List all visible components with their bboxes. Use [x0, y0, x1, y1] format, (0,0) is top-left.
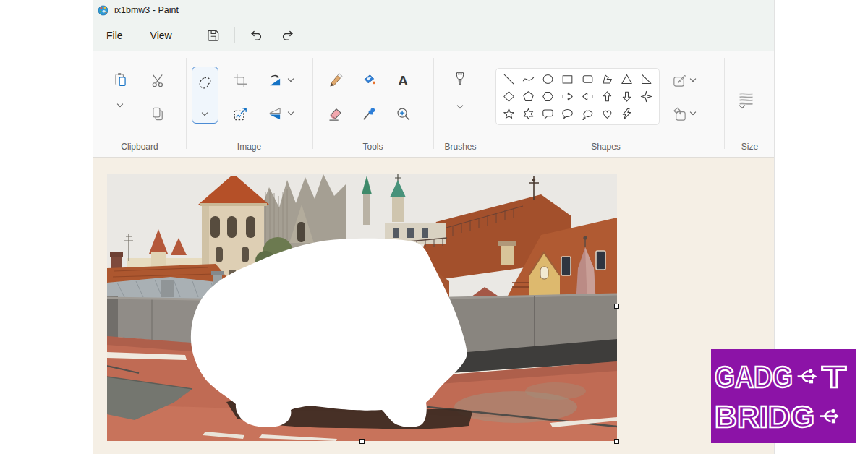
- color-picker-tool[interactable]: [357, 102, 380, 125]
- shape-diamond[interactable]: [501, 89, 518, 105]
- crop-button[interactable]: [229, 69, 252, 92]
- paste-dropdown-chevron[interactable]: [115, 100, 125, 110]
- desktop: ix1bmw3 - Paint File View: [0, 0, 868, 454]
- save-button[interactable]: [203, 25, 224, 46]
- menu-file[interactable]: File: [97, 25, 132, 46]
- city-photo-with-car-cutout: [107, 174, 617, 441]
- resize-icon: [233, 106, 248, 121]
- color-picker-icon: [362, 106, 377, 121]
- shape-line[interactable]: [501, 72, 518, 87]
- shape-callout-rounded[interactable]: [540, 106, 557, 121]
- brush-icon: [454, 72, 467, 89]
- flip-dropdown-chevron[interactable]: [286, 108, 296, 118]
- shape-heart[interactable]: [598, 106, 616, 121]
- group-label-size: Size: [724, 142, 775, 152]
- group-label-clipboard: Clipboard: [93, 142, 186, 152]
- group-label-image: Image: [186, 142, 312, 152]
- text-tool-icon: A: [398, 74, 408, 87]
- gadgetbridge-logo: GADG T BRIDG: [711, 349, 856, 443]
- paint-app-icon: [98, 5, 109, 16]
- canvas-area: [93, 158, 774, 454]
- shape-curve[interactable]: [520, 72, 537, 87]
- shape-rounded-rectangle[interactable]: [579, 72, 596, 87]
- resize-handle-bottom[interactable]: [359, 439, 365, 444]
- selection-dropdown-chevron[interactable]: [200, 108, 210, 119]
- selection-tool-button[interactable]: [192, 67, 218, 124]
- logo-line1-pre: GADG: [715, 359, 793, 394]
- shapes-gallery: [495, 68, 660, 125]
- magnifier-icon: [396, 106, 411, 121]
- shape-fill-icon: [672, 106, 687, 121]
- resize-button[interactable]: [229, 102, 252, 125]
- shape-polygon[interactable]: [598, 72, 616, 87]
- shape-arrow-down[interactable]: [618, 89, 635, 105]
- shape-arrow-up[interactable]: [598, 89, 616, 105]
- fill-tool[interactable]: [357, 69, 380, 92]
- shape-callout-oval[interactable]: [559, 106, 576, 121]
- paste-icon: [113, 72, 128, 87]
- menubar-separator-2: [234, 27, 235, 43]
- undo-icon: [249, 28, 263, 43]
- crop-icon: [233, 73, 248, 88]
- shape-lightning[interactable]: [618, 106, 635, 121]
- group-label-tools: Tools: [312, 142, 433, 152]
- eraser-tool[interactable]: [323, 102, 346, 125]
- shape-pentagon[interactable]: [520, 89, 537, 105]
- group-brushes: Brushes: [433, 51, 488, 157]
- canvas-image[interactable]: [107, 174, 617, 441]
- flip-button[interactable]: [263, 102, 286, 125]
- resize-handle-bottom-right[interactable]: [614, 439, 619, 444]
- pencil-tool[interactable]: [323, 69, 346, 92]
- magnifier-tool[interactable]: [391, 102, 414, 125]
- shape-arrow-right[interactable]: [559, 89, 576, 105]
- paint-window: ix1bmw3 - Paint File View: [93, 0, 775, 454]
- rotate-dropdown-chevron[interactable]: [286, 74, 296, 85]
- pencil-icon: [328, 73, 343, 88]
- menubar: File View: [93, 20, 774, 51]
- eraser-icon: [328, 106, 343, 121]
- save-icon: [206, 28, 221, 43]
- shape-star-5[interactable]: [501, 106, 518, 121]
- brushes-dropdown-chevron[interactable]: [455, 101, 465, 111]
- redo-button[interactable]: [277, 25, 299, 46]
- copy-icon: [150, 106, 166, 121]
- shape-rectangle[interactable]: [559, 72, 576, 87]
- copy-button[interactable]: [146, 102, 169, 125]
- cut-button[interactable]: [146, 69, 169, 92]
- resize-handle-right[interactable]: [614, 304, 619, 309]
- shape-outline-chevron[interactable]: [688, 74, 698, 85]
- shape-arrow-left[interactable]: [579, 89, 596, 105]
- text-tool[interactable]: A: [391, 69, 414, 92]
- ribbon: Clipboard: [93, 51, 774, 158]
- menubar-separator: [192, 27, 192, 43]
- rotate-icon: [267, 73, 282, 88]
- flip-icon: [267, 106, 282, 121]
- brushes-button[interactable]: [448, 67, 472, 93]
- group-size: Size: [724, 51, 775, 157]
- rotate-button[interactable]: [263, 69, 286, 92]
- size-button[interactable]: [731, 70, 753, 93]
- titlebar: ix1bmw3 - Paint: [93, 0, 774, 20]
- gadgetbridge-logo-graphic: GADG T BRIDG: [711, 349, 856, 443]
- shape-triangle[interactable]: [618, 72, 635, 87]
- paste-button[interactable]: [109, 67, 132, 92]
- shape-hexagon[interactable]: [540, 89, 557, 105]
- shape-star-6[interactable]: [520, 106, 537, 121]
- redo-icon: [281, 28, 295, 43]
- shape-star-4[interactable]: [637, 89, 655, 105]
- logo-line2-pre: BRIDG: [715, 399, 814, 434]
- group-clipboard: Clipboard: [93, 51, 186, 157]
- fill-icon: [362, 73, 377, 88]
- shape-callout-cloud[interactable]: [579, 106, 596, 121]
- undo-button[interactable]: [245, 25, 267, 46]
- size-dropdown-chevron[interactable]: [737, 101, 747, 111]
- shape-oval[interactable]: [540, 72, 557, 87]
- shape-right-triangle[interactable]: [637, 72, 655, 87]
- shape-fill-chevron[interactable]: [688, 108, 698, 118]
- logo-line1-post: T: [822, 359, 846, 394]
- group-tools: A: [312, 51, 433, 157]
- group-label-brushes: Brushes: [433, 142, 488, 152]
- window-title: ix1bmw3 - Paint: [114, 5, 179, 15]
- menu-view[interactable]: View: [141, 25, 182, 46]
- shape-outline-icon: [672, 73, 687, 88]
